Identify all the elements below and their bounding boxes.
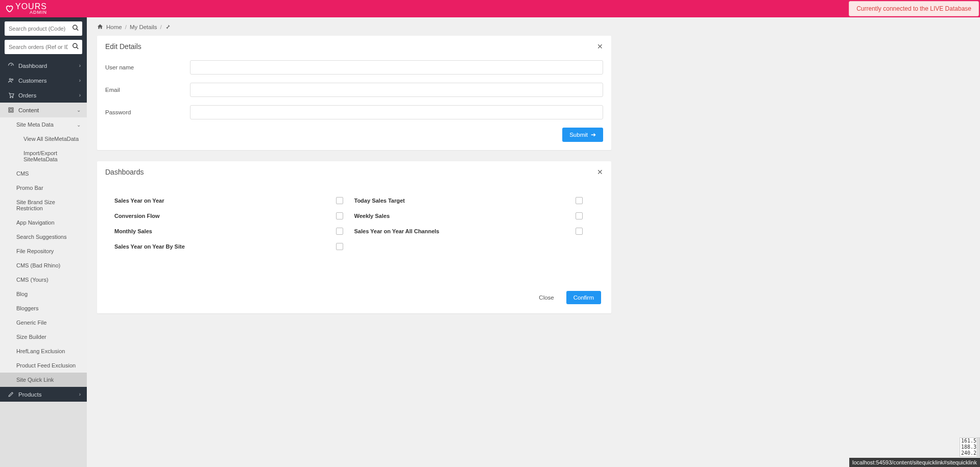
heart-icon bbox=[5, 5, 13, 13]
live-database-banner: Currently connected to the LIVE Database bbox=[849, 1, 979, 16]
brand-logo: YOURS ADMIN bbox=[5, 3, 47, 15]
app-header: YOURS ADMIN Currently connected to the L… bbox=[0, 0, 980, 17]
